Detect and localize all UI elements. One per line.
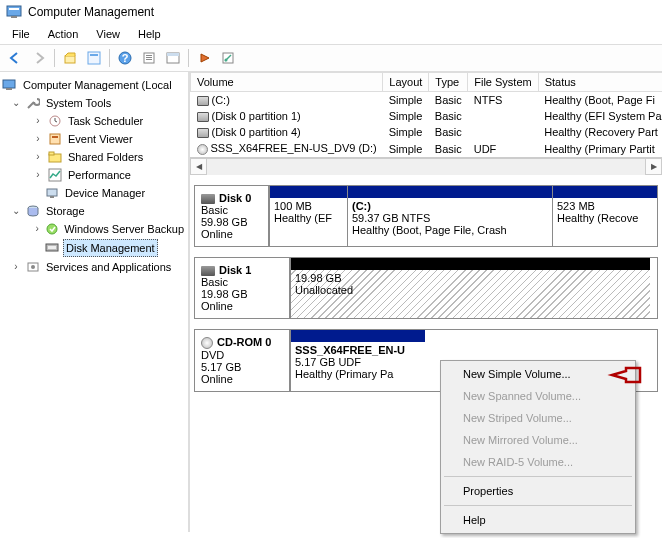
- partition[interactable]: 19.98 GBUnallocated: [290, 258, 650, 318]
- disk-name: Disk 1: [219, 264, 251, 276]
- tree-disk-management[interactable]: Disk Management: [2, 238, 186, 258]
- refresh-button[interactable]: [138, 47, 160, 69]
- col-volume[interactable]: Volume: [191, 73, 383, 92]
- partition[interactable]: (C:)59.37 GB NTFSHealthy (Boot, Page Fil…: [347, 186, 552, 246]
- help-button[interactable]: ?: [114, 47, 136, 69]
- collapse-icon[interactable]: ⌄: [10, 203, 22, 219]
- svg-rect-29: [48, 246, 56, 249]
- expand-icon[interactable]: ›: [10, 259, 22, 275]
- context-menu: New Simple Volume... New Spanned Volume.…: [440, 360, 636, 534]
- tree-performance[interactable]: › Performance: [2, 166, 186, 184]
- tree-windows-server-backup[interactable]: › Windows Server Backup: [2, 220, 186, 238]
- menu-help[interactable]: Help: [130, 26, 169, 42]
- folder-icon: [47, 149, 63, 165]
- disk-state: Online: [201, 300, 283, 312]
- disk-header[interactable]: CD-ROM 0DVD5.17 GBOnline: [195, 330, 290, 391]
- partition[interactable]: 523 MBHealthy (Recove: [552, 186, 657, 246]
- menu-properties[interactable]: Properties: [443, 480, 633, 502]
- disk-name: Disk 0: [219, 192, 251, 204]
- menu-new-spanned-volume: New Spanned Volume...: [443, 385, 633, 407]
- volume-row[interactable]: SSS_X64FREE_EN-US_DV9 (D:)SimpleBasicUDF…: [191, 140, 663, 157]
- expand-icon[interactable]: ›: [32, 221, 42, 237]
- partition-size: 5.17 GB UDF: [295, 356, 421, 368]
- tree-panel: Computer Management (Local ⌄ System Tool…: [0, 72, 190, 532]
- svg-rect-13: [167, 53, 179, 56]
- svg-rect-2: [11, 16, 17, 18]
- menu-help[interactable]: Help: [443, 509, 633, 531]
- svg-rect-25: [50, 196, 54, 198]
- volume-row[interactable]: (C:)SimpleBasicNTFSHealthy (Boot, Page F…: [191, 92, 663, 109]
- partition-status: Healthy (Recove: [557, 212, 653, 224]
- partition-size: 523 MB: [557, 200, 653, 212]
- disk-kind: DVD: [201, 349, 283, 361]
- collapse-icon[interactable]: ⌄: [10, 95, 22, 111]
- tree-task-scheduler[interactable]: › Task Scheduler: [2, 112, 186, 130]
- menu-new-raid5-volume: New RAID-5 Volume...: [443, 451, 633, 473]
- disk-header[interactable]: Disk 0Basic59.98 GBOnline: [195, 186, 269, 246]
- disk-row: Disk 1Basic19.98 GBOnline19.98 GBUnalloc…: [194, 257, 658, 319]
- partition[interactable]: SSS_X64FREE_EN-U5.17 GB UDFHealthy (Prim…: [290, 330, 425, 391]
- up-button[interactable]: [59, 47, 81, 69]
- menu-new-simple-volume[interactable]: New Simple Volume...: [443, 363, 633, 385]
- tree-storage[interactable]: ⌄ Storage: [2, 202, 186, 220]
- expand-icon[interactable]: ›: [32, 167, 44, 183]
- expand-icon[interactable]: ›: [32, 149, 44, 165]
- services-icon: [25, 259, 41, 275]
- svg-point-31: [31, 265, 35, 269]
- partition-status: Healthy (Primary Pa: [295, 368, 421, 380]
- forward-button[interactable]: [28, 47, 50, 69]
- partition-title: SSS_X64FREE_EN-U: [295, 344, 421, 356]
- col-filesystem[interactable]: File System: [468, 73, 538, 92]
- partition-status: Healthy (EF: [274, 212, 343, 224]
- disk-state: Online: [201, 373, 283, 385]
- col-type[interactable]: Type: [429, 73, 468, 92]
- svg-rect-20: [52, 136, 58, 138]
- volume-fs: [468, 124, 538, 140]
- settings-button[interactable]: [217, 47, 239, 69]
- svg-text:?: ?: [122, 52, 129, 64]
- col-layout[interactable]: Layout: [383, 73, 429, 92]
- volume-layout: Simple: [383, 124, 429, 140]
- scroll-right-icon[interactable]: ▶: [645, 158, 662, 175]
- toolbar-separator: [109, 49, 110, 67]
- partition-stripe: [291, 258, 650, 270]
- disk-header[interactable]: Disk 1Basic19.98 GBOnline: [195, 258, 290, 318]
- partition-stripe: [270, 186, 347, 198]
- list-button[interactable]: [162, 47, 184, 69]
- volume-name: (C:): [191, 92, 383, 109]
- tree-root[interactable]: Computer Management (Local: [2, 76, 186, 94]
- col-status[interactable]: Status: [538, 73, 662, 92]
- tools-icon: [25, 95, 41, 111]
- device-icon: [44, 185, 60, 201]
- volume-row[interactable]: (Disk 0 partition 4)SimpleBasicHealthy (…: [191, 124, 663, 140]
- volume-row[interactable]: (Disk 0 partition 1)SimpleBasicHealthy (…: [191, 108, 663, 124]
- toolbar: ?: [0, 44, 662, 72]
- tree-system-tools[interactable]: ⌄ System Tools: [2, 94, 186, 112]
- expand-icon[interactable]: ›: [32, 113, 44, 129]
- svg-rect-24: [47, 189, 57, 196]
- tree-services-apps[interactable]: › Services and Applications: [2, 258, 186, 276]
- expand-icon[interactable]: ›: [32, 131, 44, 147]
- tree-shared-folders[interactable]: › Shared Folders: [2, 148, 186, 166]
- window-title: Computer Management: [28, 5, 154, 19]
- menu-action[interactable]: Action: [40, 26, 87, 42]
- partition-size: 59.37 GB NTFS: [352, 212, 548, 224]
- tree-device-manager[interactable]: Device Manager: [2, 184, 186, 202]
- properties-button[interactable]: [83, 47, 105, 69]
- action-button[interactable]: [193, 47, 215, 69]
- partition[interactable]: 100 MBHealthy (EF: [269, 186, 347, 246]
- svg-rect-3: [65, 56, 75, 63]
- menu-new-mirrored-volume: New Mirrored Volume...: [443, 429, 633, 451]
- scroll-left-icon[interactable]: ◀: [190, 158, 207, 175]
- svg-point-15: [225, 59, 228, 62]
- menu-file[interactable]: File: [4, 26, 38, 42]
- horizontal-scrollbar[interactable]: ◀ ▶: [190, 158, 662, 175]
- svg-point-27: [47, 224, 57, 234]
- volume-layout: Simple: [383, 108, 429, 124]
- back-button[interactable]: [4, 47, 26, 69]
- tree-event-viewer[interactable]: › Event Viewer: [2, 130, 186, 148]
- partition-stripe: [348, 186, 552, 198]
- svg-rect-10: [146, 57, 152, 58]
- menu-view[interactable]: View: [88, 26, 128, 42]
- menu-bar: File Action View Help: [0, 24, 662, 44]
